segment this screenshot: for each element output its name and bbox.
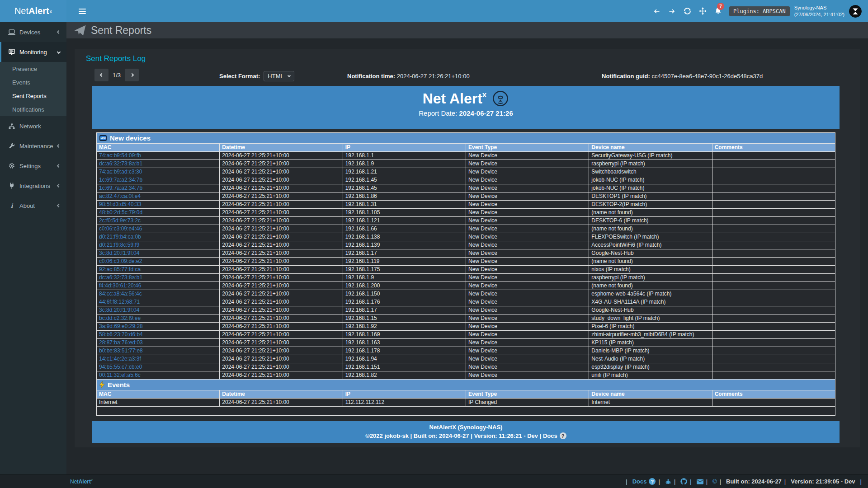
- section-title: Events: [108, 381, 130, 389]
- table-row: 14:c1:4e:2e:a3:3f2024-06-27 21:25:21+10:…: [97, 355, 835, 363]
- mac-link[interactable]: 14:c1:4e:2e:a3:3f: [99, 356, 141, 362]
- mac-link[interactable]: bc:dd:c2:32:f9:ee: [99, 315, 141, 321]
- new-devices-section-header: NEWNew devices: [97, 133, 835, 144]
- paper-plane-icon: [74, 25, 86, 36]
- statusbar-brand-link[interactable]: NetAlertx: [70, 478, 93, 485]
- format-select[interactable]: HTML: [264, 71, 294, 81]
- cell: New Device: [466, 355, 589, 363]
- cell: 192.168.1.9: [343, 274, 466, 282]
- sidebar-item-devices[interactable]: Devices: [0, 22, 66, 42]
- sidebar-item-label: Network: [19, 123, 41, 130]
- cell: 2024-06-27 21:25:21+10:00: [220, 168, 343, 176]
- new-icon: NEW: [99, 135, 107, 141]
- mac-link[interactable]: 92:ac:85:77:fd:ca: [99, 266, 141, 272]
- help-icon[interactable]: ?: [649, 478, 656, 485]
- table-row: c0:06:c3:09:de:e22024-06-27 21:25:21+10:…: [97, 258, 835, 266]
- cell: New Device: [466, 266, 589, 274]
- mac-link[interactable]: 44:6f:f8:12:68:71: [99, 299, 140, 305]
- sidebar-item-integrations[interactable]: Integrations: [0, 176, 66, 196]
- refresh-icon[interactable]: [679, 0, 695, 22]
- mail-icon[interactable]: [687, 478, 703, 485]
- cell: New Device: [466, 274, 589, 282]
- cell: 192.168.1.17: [343, 306, 466, 314]
- mac-link[interactable]: d0:21:f9:8c:59:f9: [99, 242, 139, 248]
- chevron-left-icon: [57, 204, 61, 207]
- sidebar-toggle-button[interactable]: [74, 0, 90, 22]
- mac-link[interactable]: 1c:69:7a:a2:34:7b: [99, 177, 142, 183]
- sidebar-item-settings[interactable]: Settings: [0, 156, 66, 176]
- mac-link[interactable]: 74:ac:b9:ad:c3:30: [99, 169, 142, 175]
- table-row: Internet2024-06-27 21:25:21+10:00112.112…: [97, 399, 835, 407]
- cell: esphome-web-4a564c (IP match): [589, 290, 712, 298]
- next-page-button[interactable]: [125, 69, 139, 81]
- mac-link[interactable]: 28:87:ba:76:ed:03: [99, 339, 143, 346]
- sidebar-item-network[interactable]: Network: [0, 116, 66, 136]
- mac-link[interactable]: c0:06:c3:09:de:e2: [99, 258, 142, 264]
- mac-link[interactable]: f4:4d:30:61:20:46: [99, 282, 141, 289]
- mac-link[interactable]: 74:ac:b9:54:09:fb: [99, 152, 141, 159]
- copyright-link[interactable]: ©: [712, 478, 717, 485]
- bug-report-icon[interactable]: [656, 478, 671, 485]
- mac-cell: c0:06:c3:09:e4:46: [97, 225, 220, 233]
- brand-logo[interactable]: NetAlertx: [0, 0, 66, 22]
- sent-reports-log-link[interactable]: Sent Reports Log: [86, 54, 146, 63]
- mac-link[interactable]: b0:be:83:51:77:e8: [99, 347, 143, 354]
- cell: KP115 (IP match): [589, 339, 712, 347]
- mac-link[interactable]: 1c:69:7a:a2:34:7b: [99, 185, 142, 191]
- sidebar-item-notifications[interactable]: Notifications: [0, 103, 66, 116]
- notifications-bell-icon[interactable]: 7: [710, 0, 726, 22]
- mac-link[interactable]: ac:82:47:ca:0f:e4: [99, 193, 141, 199]
- mac-link[interactable]: dc:a6:32:73:8a:b1: [99, 274, 142, 281]
- cell: 2024-06-27 21:25:21+10:00: [220, 331, 343, 339]
- cell: DESKTOP1 (IP match): [589, 192, 712, 201]
- mac-link[interactable]: 00:11:32:ef:a5:6c: [99, 372, 141, 378]
- cell: 2024-06-27 21:25:21+10:00: [220, 184, 343, 192]
- mac-cell: 84:cc:a8:4a:56:4c: [97, 290, 220, 298]
- sidebar-item-presence[interactable]: Presence: [0, 62, 66, 75]
- cell: 2024-06-27 21:25:21+10:00: [220, 217, 343, 225]
- mac-cell: dc:a6:32:73:8a:b1: [97, 274, 220, 282]
- sidebar-item-maintenance[interactable]: Maintenance: [0, 136, 66, 156]
- user-avatar[interactable]: [849, 5, 862, 18]
- cell: New Device: [466, 168, 589, 176]
- mac-link[interactable]: 2c:f0:5d:9e:73:2c: [99, 217, 141, 224]
- sidebar-item-sent-reports[interactable]: Sent Reports: [0, 89, 66, 103]
- mac-link[interactable]: 48:b0:2d:5c:79:0d: [99, 209, 142, 216]
- info-icon: i: [8, 202, 15, 209]
- mac-link[interactable]: c0:06:c3:09:e4:46: [99, 225, 142, 232]
- cell: [712, 192, 835, 201]
- back-arrow-icon[interactable]: [649, 0, 664, 22]
- cell: [712, 399, 835, 407]
- mac-link[interactable]: 58:b6:23:70:d6:b4: [99, 331, 143, 338]
- cell: 192.168.1.21: [343, 168, 466, 176]
- sidebar-item-monitoring[interactable]: Monitoring: [0, 42, 66, 62]
- column-header: IP: [343, 144, 466, 152]
- docs-link[interactable]: Docs: [632, 478, 647, 485]
- mac-link[interactable]: 98:5f:d3:d5:40:33: [99, 201, 141, 207]
- table-row: 92:ac:85:77:fd:ca2024-06-27 21:25:21+10:…: [97, 266, 835, 274]
- cell: Nest-Audio (IP match): [589, 355, 712, 363]
- mac-link[interactable]: dc:a6:32:73:8a:b1: [99, 160, 142, 167]
- mac-link[interactable]: 3c:8d:20:f1:9f:04: [99, 250, 139, 256]
- help-icon[interactable]: ?: [560, 432, 566, 439]
- mac-link[interactable]: 3c:8d:20:f1:9f:04: [99, 307, 139, 313]
- cell: 192.168.1.139: [343, 241, 466, 249]
- mac-link[interactable]: 3a:9d:69:e0:29:28: [99, 323, 143, 329]
- mac-cell: 74:ac:b9:54:09:fb: [97, 152, 220, 160]
- brand-bold: Alert: [79, 479, 91, 485]
- sidebar-item-events[interactable]: Events: [0, 75, 66, 89]
- github-icon[interactable]: [671, 478, 687, 485]
- mac-cell: b0:be:83:51:77:e8: [97, 347, 220, 355]
- forward-arrow-icon[interactable]: [664, 0, 679, 22]
- cell: [712, 233, 835, 241]
- sidebar-item-about[interactable]: i About: [0, 196, 66, 216]
- cell: 2024-06-27 21:25:21+10:00: [220, 314, 343, 323]
- cell: [712, 201, 835, 209]
- prev-page-button[interactable]: [94, 69, 108, 81]
- move-icon[interactable]: [695, 0, 710, 22]
- cell: 192.168.1.31: [343, 201, 466, 209]
- mac-link[interactable]: d0:21:f9:b4:ca:0b: [99, 234, 141, 240]
- mac-link[interactable]: 84:cc:a8:4a:56:4c: [99, 291, 142, 297]
- mac-link[interactable]: 94:b5:55:c7:cb:e0: [99, 364, 142, 370]
- cell: 2024-06-27 21:25:21+10:00: [220, 249, 343, 258]
